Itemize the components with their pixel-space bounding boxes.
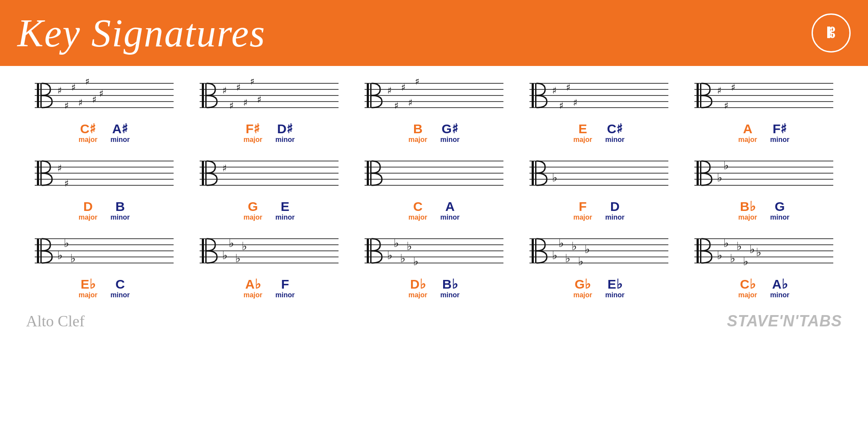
- major-type: major: [79, 291, 98, 299]
- key-item: ♭♭B♭majorGminor: [686, 157, 842, 221]
- svg-rect-90: [535, 161, 536, 185]
- key-labels: AmajorF♯minor: [738, 122, 789, 144]
- key-labels: E♭majorCminor: [79, 277, 130, 299]
- major-type: major: [573, 291, 592, 299]
- svg-text:♯: ♯: [236, 82, 241, 93]
- major-name: C♭: [738, 277, 757, 291]
- svg-rect-116: [202, 239, 204, 263]
- svg-text:♯: ♯: [222, 163, 227, 174]
- svg-text:♭: ♭: [717, 249, 722, 262]
- svg-rect-20: [205, 83, 207, 108]
- svg-text:♯: ♯: [401, 82, 406, 93]
- svg-text:♯: ♯: [724, 100, 729, 111]
- svg-rect-117: [205, 239, 207, 263]
- major-type: major: [243, 214, 263, 221]
- svg-text:♯: ♯: [64, 178, 69, 189]
- minor-type: minor: [441, 291, 460, 299]
- brand-label: STAVE'N'TABS: [727, 312, 842, 330]
- page-title: Key Signatures: [17, 11, 266, 56]
- minor-name: F♯: [770, 122, 789, 136]
- major-type: major: [79, 214, 98, 221]
- staff-container: ♭♭: [686, 157, 842, 196]
- major-name: A: [738, 122, 757, 136]
- svg-text:♯: ♯: [222, 85, 227, 96]
- key-item: ♭FmajorDminor: [521, 157, 677, 221]
- svg-text:♯: ♯: [57, 85, 62, 96]
- svg-rect-107: [40, 239, 42, 263]
- svg-rect-19: [202, 83, 204, 108]
- logo: 𝄡: [812, 13, 851, 53]
- key-item: ♯♯♯♯♯♯♯C♯majorA♯minor: [26, 79, 182, 144]
- svg-text:♭: ♭: [387, 249, 392, 262]
- staff-container: ♯♯♯: [686, 79, 842, 118]
- svg-text:♯: ♯: [552, 85, 557, 96]
- minor-name: D♯: [276, 122, 295, 136]
- major-type: major: [79, 136, 98, 144]
- key-labels: CmajorAminor: [408, 199, 460, 221]
- minor-label: Eminor: [276, 199, 295, 221]
- key-item: ♯GmajorEminor: [191, 157, 347, 221]
- staff-container: ♭♭♭♭♭♭♭: [686, 234, 842, 273]
- staff-container: ♯: [191, 157, 347, 196]
- staff-container: ♯♯: [26, 157, 182, 196]
- svg-text:♭: ♭: [400, 252, 405, 265]
- major-name: B: [408, 122, 427, 136]
- svg-text:♭: ♭: [743, 255, 748, 268]
- svg-text:♭: ♭: [572, 240, 577, 253]
- major-name: C: [408, 199, 427, 214]
- svg-rect-6: [40, 83, 42, 108]
- minor-name: D: [605, 199, 625, 214]
- svg-text:♭: ♭: [552, 171, 557, 184]
- major-type: major: [738, 136, 757, 144]
- minor-type: minor: [770, 136, 789, 144]
- major-name: D♭: [408, 277, 427, 291]
- page-header: Key Signatures 𝄡: [0, 0, 868, 66]
- key-labels: C♭majorA♭minor: [738, 277, 789, 299]
- minor-name: G♯: [441, 122, 460, 136]
- svg-rect-66: [40, 161, 42, 185]
- minor-type: minor: [605, 291, 625, 299]
- svg-text:♯: ♯: [85, 79, 90, 87]
- svg-text:♯: ♯: [71, 82, 76, 93]
- key-item: ♭♭♭♭A♭majorFminor: [191, 234, 347, 299]
- svg-text:♭: ♭: [394, 237, 399, 250]
- staff-container: ♭♭♭♭♭♭: [521, 234, 677, 273]
- staff-container: ♭♭♭♭♭: [356, 234, 512, 273]
- minor-type: minor: [276, 214, 295, 221]
- major-label: Gmajor: [243, 199, 263, 221]
- key-labels: GmajorEminor: [243, 199, 295, 221]
- minor-type: minor: [770, 291, 789, 299]
- minor-label: G♯minor: [441, 122, 460, 144]
- key-labels: G♭majorE♭minor: [573, 277, 625, 299]
- key-labels: DmajorBminor: [79, 199, 130, 221]
- svg-rect-56: [700, 83, 701, 108]
- key-item: CmajorAminor: [356, 157, 512, 221]
- staff-container: ♭♭♭♭: [191, 234, 347, 273]
- staff-container: ♯♯♯♯♯♯: [191, 79, 347, 118]
- svg-rect-45: [535, 83, 536, 108]
- minor-name: B♭: [441, 277, 460, 291]
- major-name: C♯: [79, 122, 98, 136]
- key-item: ♯♯♯♯EmajorC♯minor: [521, 79, 677, 144]
- staff-container: ♯♯♯♯♯: [356, 79, 512, 118]
- major-type: major: [408, 136, 427, 144]
- major-label: G♭major: [573, 277, 592, 299]
- minor-label: C♯minor: [605, 122, 625, 144]
- key-labels: A♭majorFminor: [243, 277, 295, 299]
- key-item: ♯♯♯AmajorF♯minor: [686, 79, 842, 144]
- svg-text:♯: ♯: [78, 97, 83, 108]
- minor-name: A♯: [111, 122, 130, 136]
- svg-text:♭: ♭: [750, 243, 755, 256]
- svg-rect-97: [697, 161, 699, 185]
- svg-rect-127: [367, 239, 369, 263]
- major-type: major: [408, 214, 427, 221]
- key-labels: D♭majorB♭minor: [408, 277, 460, 299]
- major-type: major: [738, 291, 757, 299]
- minor-type: minor: [111, 214, 130, 221]
- major-label: Cmajor: [408, 199, 427, 221]
- major-label: F♯major: [243, 122, 263, 144]
- minor-label: Bminor: [111, 199, 130, 221]
- svg-rect-44: [532, 83, 534, 108]
- minor-type: minor: [276, 136, 295, 144]
- major-name: D: [79, 199, 98, 214]
